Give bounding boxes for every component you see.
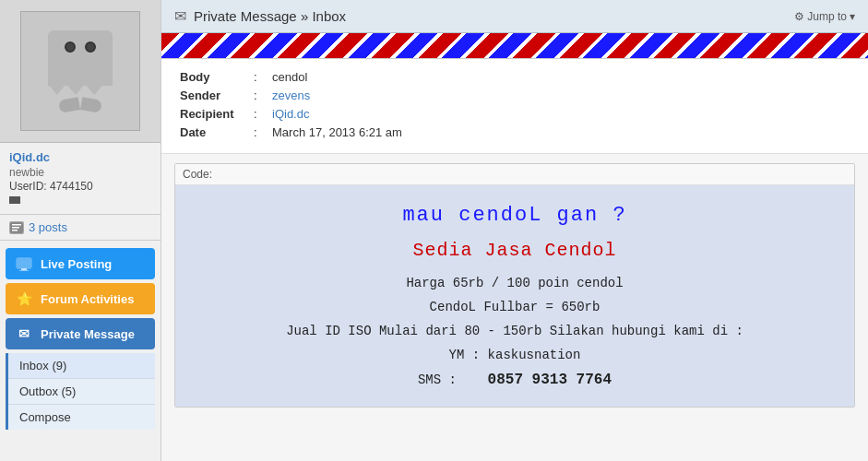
forum-icon: ⭐ bbox=[15, 291, 33, 306]
user-rank: newbie bbox=[9, 166, 151, 179]
date-value: March 17, 2013 6:21 am bbox=[272, 125, 402, 139]
body-value: cendol bbox=[272, 70, 307, 84]
posts-count: 3 posts bbox=[29, 220, 67, 234]
jump-to-button[interactable]: ⚙ Jump to ▾ bbox=[794, 10, 855, 23]
chevron-down-icon: ▾ bbox=[850, 10, 855, 23]
posts-link[interactable]: 3 posts bbox=[0, 215, 161, 241]
meta-body-row: Body : cendol bbox=[180, 70, 850, 84]
code-line-5: Jual ID ISO Mulai dari 80 - 150rb Silaka… bbox=[184, 324, 845, 338]
forum-activities-button[interactable]: ⭐ Forum Activities bbox=[6, 283, 155, 314]
forum-activities-label: Forum Activities bbox=[41, 292, 134, 306]
user-info: iQid.dc newbie UserID: 4744150 bbox=[0, 143, 161, 215]
user-reputation-bar bbox=[9, 196, 20, 204]
private-message-button[interactable]: ✉ Private Message bbox=[6, 318, 155, 349]
inbox-title-icon: ✉ bbox=[174, 7, 186, 25]
live-posting-button[interactable]: Live Posting bbox=[6, 248, 155, 279]
user-id: UserID: 4744150 bbox=[9, 180, 151, 193]
svg-rect-1 bbox=[12, 224, 21, 226]
pm-submenu: Inbox (9) Outbox (5) Compose bbox=[6, 353, 155, 430]
outbox-link[interactable]: Outbox (5) bbox=[8, 379, 155, 405]
code-line-4: CendoL Fullbar = 650rb bbox=[184, 300, 845, 314]
code-line-2: Sedia Jasa Cendol bbox=[184, 240, 845, 261]
envelope-decoration bbox=[161, 33, 868, 59]
svg-rect-2 bbox=[12, 227, 19, 229]
code-sms-number: 0857 9313 7764 bbox=[488, 372, 612, 388]
body-label: Body bbox=[180, 70, 254, 84]
code-label: Code: bbox=[175, 164, 854, 185]
sidebar: iQid.dc newbie UserID: 4744150 3 posts L… bbox=[0, 0, 161, 461]
message-meta: Body : cendol Sender : zevens Recipient … bbox=[161, 59, 868, 154]
sender-link[interactable]: zevens bbox=[272, 89, 310, 102]
meta-date-row: Date : March 17, 2013 6:21 am bbox=[180, 125, 850, 139]
private-message-label: Private Message bbox=[41, 327, 135, 341]
code-sms: SMS : 0857 9313 7764 bbox=[184, 372, 845, 388]
svg-rect-6 bbox=[19, 270, 29, 271]
svg-rect-5 bbox=[21, 268, 27, 270]
code-section: Code: mau cendoL gan ? Sedia Jasa Cendol… bbox=[174, 163, 855, 408]
sender-label: Sender bbox=[180, 89, 254, 102]
recipient-label: Recipient bbox=[180, 107, 254, 121]
meta-sender-row: Sender : zevens bbox=[180, 89, 850, 102]
recipient-link[interactable]: iQid.dc bbox=[272, 107, 309, 121]
compose-link[interactable]: Compose bbox=[8, 405, 155, 430]
posts-icon bbox=[9, 221, 24, 234]
date-label: Date bbox=[180, 125, 254, 139]
inbox-title-text: Private Message » Inbox bbox=[194, 8, 346, 24]
inbox-link[interactable]: Inbox (9) bbox=[8, 353, 155, 379]
code-line-1: mau cendoL gan ? bbox=[184, 204, 845, 227]
pm-icon: ✉ bbox=[15, 326, 33, 341]
avatar-box bbox=[0, 0, 161, 143]
avatar bbox=[20, 11, 140, 131]
username-link[interactable]: iQid.dc bbox=[9, 150, 50, 164]
gear-icon: ⚙ bbox=[794, 10, 804, 23]
main-header: ✉ Private Message » Inbox ⚙ Jump to ▾ bbox=[161, 0, 868, 33]
code-line-3: Harga 65rb / 100 poin cendol bbox=[184, 276, 845, 290]
svg-rect-4 bbox=[17, 258, 31, 268]
meta-recipient-row: Recipient : iQid.dc bbox=[180, 107, 850, 121]
svg-rect-3 bbox=[12, 230, 18, 231]
code-ym: YM : kaskusnation bbox=[184, 348, 845, 362]
main-content: ✉ Private Message » Inbox ⚙ Jump to ▾ Bo… bbox=[161, 0, 868, 461]
live-posting-label: Live Posting bbox=[41, 257, 112, 271]
live-posting-icon bbox=[15, 256, 33, 271]
code-content: mau cendoL gan ? Sedia Jasa Cendol Harga… bbox=[175, 185, 854, 407]
page-title: ✉ Private Message » Inbox bbox=[174, 7, 346, 25]
